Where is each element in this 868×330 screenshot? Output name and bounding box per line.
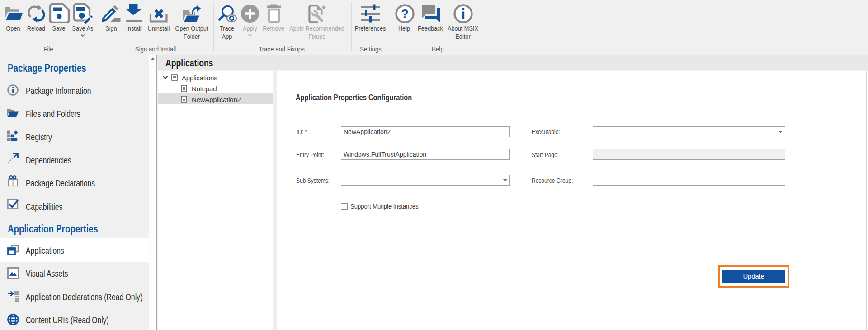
svg-text:?: ? — [401, 7, 409, 21]
